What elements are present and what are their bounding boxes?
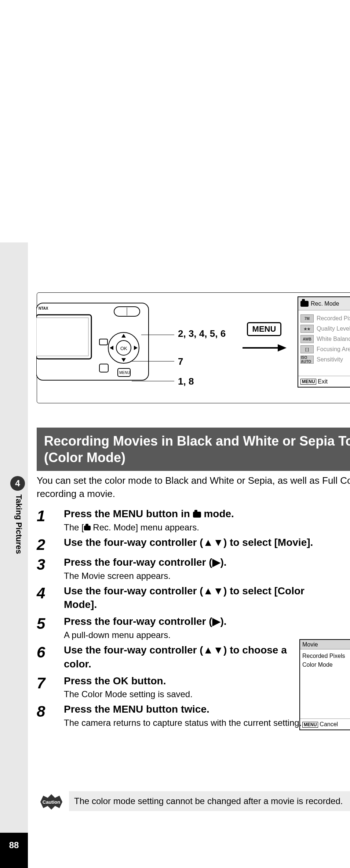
step-1: 1 Press the MENU button in mode. The [ R… — [37, 507, 350, 533]
lcd1-menu-row: AWBWhite Balance — [300, 334, 350, 344]
menu-button-icon: MENU — [247, 322, 281, 336]
caution-text: The color mode setting cannot be changed… — [69, 791, 350, 811]
menu-button-text: MENU — [113, 508, 143, 519]
lcd1-badge: ★★ — [300, 325, 314, 333]
step-number: 1 — [37, 507, 64, 533]
step-number: 5 — [37, 615, 64, 640]
menu-tag: MENU — [302, 722, 318, 728]
camera-icon — [193, 512, 201, 518]
lcd1-row-label: Quality Level — [317, 325, 350, 332]
caution-note: Caution The color mode setting cannot be… — [37, 791, 350, 813]
lcd1-menu-row: [ ]Focusing Area — [300, 344, 350, 354]
camera-icon — [300, 301, 309, 307]
arrow-right-icon — [243, 344, 287, 352]
svg-text:NTAX: NTAX — [39, 306, 48, 310]
menu-tag: MENU — [300, 379, 316, 385]
camera-rear-illustration: NTAX OK MENU — [36, 300, 150, 383]
menu-button-text: MENU — [113, 703, 143, 715]
lcd1-badge: 7M — [300, 314, 314, 323]
lcd2-recorded-pixels-label: Recorded Pixels — [302, 653, 350, 659]
lcd1-menu-row: ISO AUTOSensitivity — [300, 354, 350, 365]
step-number: 4 — [37, 584, 64, 612]
step-3: 3 Press the four-way controller (▶). The… — [37, 555, 350, 581]
chapter-number-badge: 4 — [10, 476, 25, 491]
lcd1-badge: AWB — [300, 335, 314, 343]
step-number: 8 — [37, 702, 64, 728]
step-number: 7 — [37, 674, 64, 700]
camera-icon — [84, 526, 91, 530]
lcd1-title: Rec. Mode — [311, 300, 339, 307]
svg-text:MENU: MENU — [119, 371, 130, 375]
svg-rect-2 — [36, 318, 88, 356]
lcd1-row-label: Focusing Area — [317, 346, 350, 353]
step-5: 5 Press the four-way controller (▶). A p… — [37, 615, 350, 640]
caution-icon: Caution — [37, 791, 66, 813]
intro-paragraph: You can set the color mode to Black and … — [37, 474, 350, 501]
lcd2-tab: Movie — [300, 640, 350, 649]
ok-button-text: OK — [113, 675, 128, 687]
lcd-movie-menu: Movie Recorded Pixels 640 Color Mode Ful… — [299, 639, 350, 730]
step-number: 6 — [37, 643, 64, 671]
callout-steps-2-6: 2, 3, 4, 5, 6 — [178, 328, 237, 339]
lcd2-color-mode-label: Color Mode — [302, 662, 350, 668]
page-number: 88 — [0, 833, 28, 868]
lcd2-cancel-label: Cancel — [320, 721, 338, 727]
svg-rect-9 — [99, 339, 107, 345]
lcd1-badge: ISO AUTO — [300, 356, 314, 364]
diagram-panel: NTAX OK MENU 2, 3, 4, 5, 6 7 1, 8 MENU — [37, 292, 350, 403]
lcd1-menu-row: ★★Quality Level — [300, 324, 350, 334]
step-number: 3 — [37, 555, 64, 581]
step-number: 2 — [37, 536, 64, 552]
svg-rect-10 — [99, 364, 108, 372]
step-4: 4 Use the four-way controller (▲▼) to se… — [37, 584, 350, 612]
svg-text:OK: OK — [120, 346, 127, 351]
lcd1-menu-row: 7MRecorded Pixels — [300, 313, 350, 324]
callout-steps-1-8: 1, 8 — [178, 376, 194, 387]
step-2: 2 Use the four-way controller (▲▼) to se… — [37, 536, 350, 552]
lcd1-row-label: Sensitivity — [317, 356, 343, 363]
lcd1-footer-label: Exit — [318, 378, 328, 385]
lcd1-row-label: White Balance — [317, 336, 350, 342]
side-tab-label: Taking Pictures — [12, 494, 23, 605]
lcd1-badge: [ ] — [300, 345, 314, 353]
lcd-rec-mode-menu: Rec. Mode 1/3 ▶ Xi ▼ 7MRecorded Pixels★★… — [298, 296, 350, 388]
lcd1-row-label: Recorded Pixels — [317, 315, 350, 322]
callout-step-7: 7 — [178, 356, 183, 367]
svg-text:Caution: Caution — [43, 799, 60, 805]
section-heading: Recording Movies in Black and White or S… — [37, 428, 350, 471]
